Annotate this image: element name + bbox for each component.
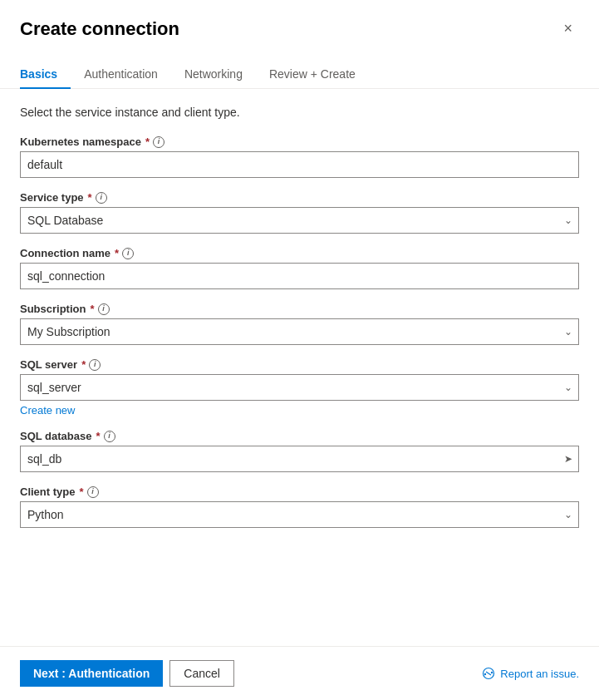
svg-point-2 — [484, 673, 486, 675]
sql-server-label: SQL server * i — [20, 358, 579, 371]
sql-database-select[interactable]: sql_db — [20, 446, 579, 472]
connection-name-group: Connection name * i — [20, 247, 579, 289]
next-button[interactable]: Next : Authentication — [20, 660, 163, 687]
subscription-select[interactable]: My Subscription — [20, 318, 579, 345]
service-type-label: Service type * i — [20, 191, 579, 204]
required-marker: * — [145, 136, 150, 148]
connection-name-label: Connection name * i — [20, 247, 579, 259]
report-icon — [482, 667, 495, 680]
required-marker: * — [81, 358, 86, 371]
form-content: Select the service instance and client t… — [0, 89, 599, 646]
client-type-group: Client type * i Python Node.js Java .NET… — [20, 486, 579, 528]
dialog-header: Create connection × — [0, 0, 599, 41]
client-type-select[interactable]: Python Node.js Java .NET Go — [20, 501, 579, 528]
sql-database-select-wrapper: sql_db ➤ — [20, 446, 579, 472]
sql-server-select-wrapper: sql_server ⌄ — [20, 374, 579, 401]
subscription-label: Subscription * i — [20, 303, 579, 315]
connection-name-input[interactable] — [20, 263, 579, 289]
subscription-select-wrapper: My Subscription ⌄ — [20, 318, 579, 345]
sql-database-label: SQL database * i — [20, 430, 579, 442]
svg-point-3 — [491, 672, 493, 673]
svg-line-1 — [486, 672, 491, 675]
service-type-group: Service type * i SQL Database MySQL Post… — [20, 191, 579, 234]
report-issue-link[interactable]: Report an issue. — [482, 667, 579, 680]
tab-bar: Basics Authentication Networking Review … — [0, 47, 599, 89]
create-new-link[interactable]: Create new — [20, 404, 75, 417]
sql-server-select[interactable]: sql_server — [20, 374, 579, 401]
connection-name-info-icon[interactable]: i — [122, 248, 134, 259]
sql-database-info-icon[interactable]: i — [104, 431, 115, 442]
sql-server-group: SQL server * i sql_server ⌄ Create new — [20, 358, 579, 417]
kubernetes-namespace-label: Kubernetes namespace * i — [20, 136, 579, 148]
tab-review-create[interactable]: Review + Create — [256, 61, 369, 89]
tab-authentication[interactable]: Authentication — [71, 61, 171, 89]
cancel-button[interactable]: Cancel — [169, 660, 234, 687]
service-type-select[interactable]: SQL Database MySQL PostgreSQL Redis Cach… — [20, 207, 579, 234]
client-type-select-wrapper: Python Node.js Java .NET Go ⌄ — [20, 501, 579, 528]
sql-server-info-icon[interactable]: i — [89, 359, 101, 371]
subscription-info-icon[interactable]: i — [98, 303, 110, 315]
create-connection-dialog: Create connection × Basics Authenticatio… — [0, 0, 599, 700]
service-type-info-icon[interactable]: i — [96, 192, 107, 204]
kubernetes-namespace-group: Kubernetes namespace * i — [20, 136, 579, 178]
tab-networking[interactable]: Networking — [171, 61, 256, 89]
subscription-group: Subscription * i My Subscription ⌄ — [20, 303, 579, 345]
required-marker: * — [115, 247, 119, 259]
client-type-info-icon[interactable]: i — [87, 486, 99, 498]
sql-database-group: SQL database * i sql_db ➤ — [20, 430, 579, 472]
kubernetes-namespace-info-icon[interactable]: i — [153, 136, 164, 148]
required-marker: * — [90, 303, 94, 315]
required-marker: * — [88, 191, 92, 204]
kubernetes-namespace-input[interactable] — [20, 151, 579, 178]
tab-basics[interactable]: Basics — [20, 61, 71, 89]
client-type-label: Client type * i — [20, 486, 579, 498]
service-type-select-wrapper: SQL Database MySQL PostgreSQL Redis Cach… — [20, 207, 579, 234]
dialog-title: Create connection — [20, 18, 179, 40]
dialog-footer: Next : Authentication Cancel Report an i… — [0, 646, 599, 700]
report-issue-label: Report an issue. — [500, 668, 579, 680]
required-marker: * — [96, 430, 100, 442]
close-button[interactable]: × — [557, 17, 579, 41]
section-description: Select the service instance and client t… — [20, 106, 579, 119]
required-marker: * — [79, 486, 83, 498]
